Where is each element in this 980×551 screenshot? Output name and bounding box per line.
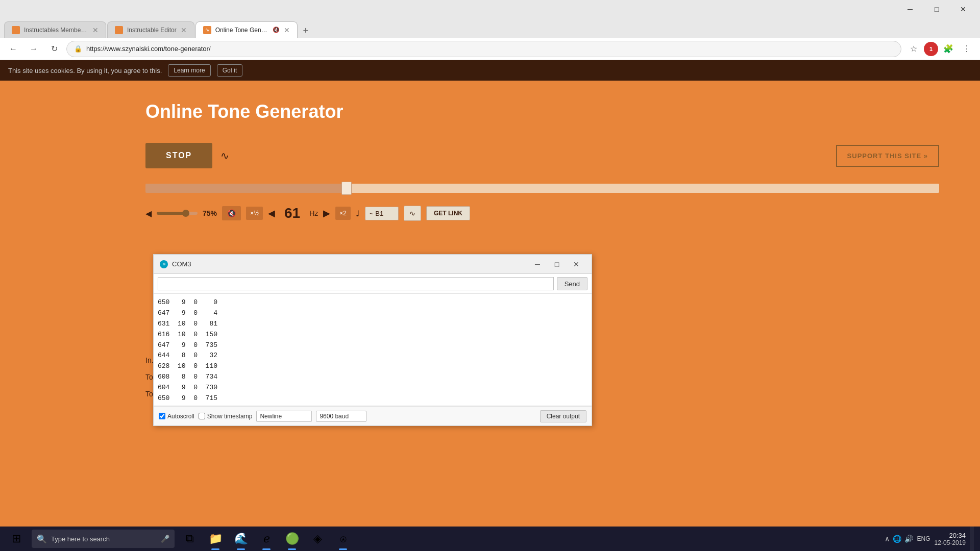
tab-2-title: Instructable Editor — [127, 27, 177, 34]
taskbar-chrome[interactable]: 🟢 — [280, 527, 304, 551]
double-speed-button[interactable]: ×2 — [335, 207, 351, 220]
tab-1-close[interactable]: ✕ — [92, 26, 99, 34]
bookmark-icon[interactable]: ☆ — [905, 41, 922, 57]
stop-button[interactable]: STOP — [145, 143, 212, 168]
serial-output-line: 650 9 0 715 — [158, 393, 587, 404]
show-timestamp-label[interactable]: Show timestamp — [199, 413, 253, 420]
taskbar-clock[interactable]: 20:34 12-05-2019 — [935, 532, 966, 546]
back-button[interactable]: ← — [5, 41, 21, 57]
volume-percentage: 75% — [203, 209, 217, 217]
tab-bar: Instructables Member : Maker B... ✕ Inst… — [0, 18, 980, 38]
title-bar: ─ □ ✕ — [0, 0, 980, 18]
taskbar-dropbox[interactable]: ◈ — [305, 527, 330, 551]
half-speed-button[interactable]: ×½ — [246, 207, 263, 220]
serial-output-line: 647 9 0 735 — [158, 340, 587, 351]
system-tray: ∧ 🌐 🔊 — [885, 535, 913, 543]
serial-output-line: 608 8 0 734 — [158, 372, 587, 383]
cookie-text: This site uses cookies. By using it, you… — [8, 67, 162, 74]
serial-window-buttons: ─ □ ✕ — [528, 258, 585, 271]
taskbar-ie[interactable]: ℯ — [254, 527, 279, 551]
autoscroll-label[interactable]: Autoscroll — [159, 413, 194, 420]
serial-output-line: 650 9 0 0 — [158, 297, 587, 308]
newline-select[interactable]: Newline No line ending Carriage return B… — [256, 411, 312, 422]
taskbar: ⊞ 🔍 Type here to search 🎤 ⧉ 📁 🌊 ℯ 🟢 ◈ ⍟ … — [0, 527, 980, 551]
show-timestamp-checkbox[interactable] — [199, 413, 205, 419]
maximize-button[interactable]: □ — [925, 2, 948, 17]
nav-bar: ← → ↻ 🔒 https://www.szynalski.com/tone-g… — [0, 38, 980, 60]
nav-actions: ☆ 1 🧩 ⋮ — [905, 41, 975, 57]
new-tab-button[interactable]: + — [299, 23, 313, 38]
volume-icon[interactable]: 🔊 — [904, 535, 913, 543]
get-link-button[interactable]: GET LINK — [426, 206, 470, 220]
learn-more-button[interactable]: Learn more — [168, 64, 210, 77]
got-it-button[interactable]: Got it — [217, 64, 243, 77]
tab-2[interactable]: Instructable Editor ✕ — [107, 21, 194, 38]
extensions-icon[interactable]: 🧩 — [940, 41, 957, 57]
volume-low-icon: ◀ — [145, 209, 152, 218]
taskbar-edge[interactable]: 🌊 — [229, 527, 253, 551]
address-bar[interactable]: 🔒 https://www.szynalski.com/tone-generat… — [66, 41, 901, 57]
search-bar[interactable]: 🔍 Type here to search 🎤 — [32, 530, 175, 548]
profile-icon[interactable]: 1 — [924, 42, 938, 56]
close-button[interactable]: ✕ — [951, 2, 975, 17]
search-icon: 🔍 — [37, 534, 47, 544]
forward-button[interactable]: → — [26, 41, 42, 57]
serial-output-line: 604 9 0 730 — [158, 383, 587, 393]
controls-section: STOP ∿ SUPPORT THIS SITE » — [145, 143, 980, 168]
minimize-button[interactable]: ─ — [898, 2, 922, 17]
start-button[interactable]: ⊞ — [2, 527, 31, 551]
serial-output-line: 628 10 0 110 — [158, 361, 587, 372]
waveform-button[interactable]: ∿ — [404, 206, 421, 221]
show-timestamp-text: Show timestamp — [207, 413, 253, 420]
clock-time: 20:34 — [935, 532, 966, 539]
serial-output-line: 644 8 0 32 — [158, 350, 587, 361]
frequency-slider-container — [145, 184, 939, 195]
language-indicator[interactable]: ENG — [917, 535, 930, 542]
clear-output-button[interactable]: Clear output — [540, 410, 586, 422]
serial-close-button[interactable]: ✕ — [567, 258, 585, 271]
mute-button[interactable]: 🔇 — [222, 206, 241, 220]
serial-output[interactable]: 627 10 0 121608 9 0 734603 9 0 730650 9 … — [154, 294, 592, 406]
frequency-slider[interactable] — [145, 184, 939, 193]
serial-titlebar[interactable]: ⍟ COM3 ─ □ ✕ — [154, 255, 592, 274]
serial-maximize-button[interactable]: □ — [548, 258, 566, 271]
decrease-freq-button[interactable]: ◀ — [268, 208, 275, 219]
show-desktop-button[interactable] — [970, 527, 974, 551]
increase-freq-button[interactable]: ▶ — [323, 208, 330, 219]
autoscroll-text: Autoscroll — [167, 413, 194, 420]
cookie-bar: This site uses cookies. By using it, you… — [0, 60, 980, 81]
autoscroll-checkbox[interactable] — [159, 413, 165, 419]
serial-input-row: Send — [154, 274, 592, 294]
serial-footer: Autoscroll Show timestamp Newline No lin… — [154, 406, 592, 425]
taskbar-arduino[interactable]: ⍟ — [331, 527, 355, 551]
tab-3-favicon: ∿ — [203, 26, 211, 34]
serial-title: COM3 — [172, 260, 524, 268]
tab-3[interactable]: ∿ Online Tone Generator - ge... 🔇 ✕ — [195, 21, 298, 38]
bottom-controls: ◀ 75% 🔇 ×½ ◀ 61 Hz ▶ ×2 ♩ ~ B1 ~ C2 ~ A1… — [145, 205, 980, 221]
tray-expand-icon[interactable]: ∧ — [885, 535, 890, 543]
tab-3-close[interactable]: ✕ — [284, 26, 290, 34]
taskbar-file-explorer[interactable]: 📁 — [203, 527, 228, 551]
baud-rate-select[interactable]: 9600 baud 115200 baud 57600 baud — [316, 411, 366, 422]
taskbar-task-view[interactable]: ⧉ — [178, 527, 202, 551]
serial-monitor: ⍟ COM3 ─ □ ✕ Send 627 10 0 121608 9 0 73… — [153, 254, 592, 426]
note-select[interactable]: ~ B1 ~ C2 ~ A1 — [365, 207, 399, 220]
serial-output-line: 603 9 0 730 — [158, 294, 587, 297]
serial-minimize-button[interactable]: ─ — [528, 258, 547, 271]
lock-icon: 🔒 — [74, 45, 82, 53]
refresh-button[interactable]: ↻ — [46, 41, 62, 57]
serial-send-button[interactable]: Send — [557, 277, 587, 290]
volume-slider[interactable] — [157, 212, 198, 215]
tab-2-close[interactable]: ✕ — [181, 26, 187, 34]
network-icon[interactable]: 🌐 — [893, 535, 901, 543]
tab-1-title: Instructables Member : Maker B... — [24, 27, 88, 34]
window-controls: ─ □ ✕ — [898, 2, 975, 17]
wave-icon: ∿ — [220, 149, 229, 162]
tab-1[interactable]: Instructables Member : Maker B... ✕ — [4, 21, 106, 38]
support-button[interactable]: SUPPORT THIS SITE » — [836, 145, 939, 167]
serial-output-line: 631 10 0 81 — [158, 319, 587, 330]
serial-input-field[interactable] — [158, 277, 554, 290]
note-icon: ♩ — [356, 209, 360, 218]
settings-icon[interactable]: ⋮ — [959, 41, 975, 57]
clock-date: 12-05-2019 — [935, 539, 966, 546]
